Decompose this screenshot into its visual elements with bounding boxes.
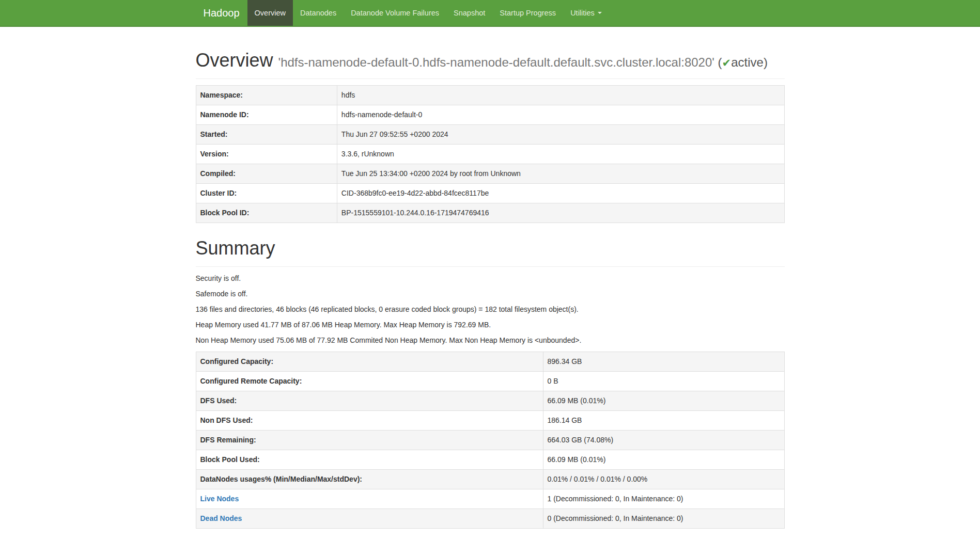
state-open-paren: ( <box>718 55 722 69</box>
navbar-brand: Hadoop <box>196 0 247 26</box>
nav-item-startup-progress[interactable]: Startup Progress <box>492 0 563 26</box>
table-row-dead-nodes: Dead Nodes0 (Decommissioned: 0, In Maint… <box>196 509 784 529</box>
state-text: active <box>731 55 764 69</box>
namenode-host: 'hdfs-namenode-default-0.hdfs-namenode-d… <box>278 55 768 69</box>
row-label-configured-capacity: Configured Capacity: <box>196 352 543 372</box>
row-label-block-pool-used: Block Pool Used: <box>196 450 543 470</box>
table-row-cluster-id: Cluster ID:CID-368b9fc0-ee19-4d22-abbd-8… <box>196 184 784 203</box>
nav-item-datanode-volume-failures[interactable]: Datanode Volume Failures <box>344 0 446 26</box>
row-value-configured-remote-capacity: 0 B <box>543 372 784 391</box>
row-value-dead-nodes: 0 (Decommissioned: 0, In Maintenance: 0) <box>543 509 784 529</box>
namenode-host-text: 'hdfs-namenode-default-0.hdfs-namenode-d… <box>278 55 714 69</box>
row-label-namespace: Namespace: <box>196 86 337 105</box>
check-icon: ✔ <box>722 57 732 69</box>
row-label-dead-nodes: Dead Nodes <box>196 509 543 529</box>
table-row-block-pool-used: Block Pool Used:66.09 MB (0.01%) <box>196 450 784 470</box>
summary-paragraph: Security is off. <box>196 273 785 283</box>
table-row-configured-remote-capacity: Configured Remote Capacity:0 B <box>196 372 784 391</box>
summary-paragraphs: Security is off.Safemode is off.136 file… <box>196 273 785 345</box>
header-divider <box>196 78 785 79</box>
row-value-live-nodes: 1 (Decommissioned: 0, In Maintenance: 0) <box>543 489 784 509</box>
table-row-live-nodes: Live Nodes1 (Decommissioned: 0, In Maint… <box>196 489 784 509</box>
summary-divider <box>196 266 785 267</box>
row-label-version: Version: <box>196 145 337 164</box>
table-row-started: Started:Thu Jun 27 09:52:55 +0200 2024 <box>196 125 784 145</box>
row-value-non-dfs-used: 186.14 GB <box>543 411 784 431</box>
row-value-datanodes-usages-min-median-max-stddev: 0.01% / 0.01% / 0.01% / 0.00% <box>543 470 784 489</box>
row-label-block-pool-id: Block Pool ID: <box>196 203 337 223</box>
page-title-text: Overview <box>196 50 273 71</box>
table-row-block-pool-id: Block Pool ID:BP-1515559101-10.244.0.16-… <box>196 203 784 223</box>
summary-paragraph: Non Heap Memory used 75.06 MB of 77.92 M… <box>196 335 785 345</box>
row-value-namenode-id: hdfs-namenode-default-0 <box>337 105 784 125</box>
summary-paragraph: 136 files and directories, 46 blocks (46… <box>196 304 785 314</box>
summary-table-body: Configured Capacity:896.34 GBConfigured … <box>196 352 784 529</box>
row-value-dfs-used: 66.09 MB (0.01%) <box>543 391 784 411</box>
nav-item-label: Startup Progress <box>500 8 556 18</box>
row-value-namespace: hdfs <box>337 86 784 105</box>
navbar-menu: OverviewDatanodesDatanode Volume Failure… <box>247 0 609 26</box>
row-label-datanodes-usages-min-median-max-stddev: DataNodes usages% (Min/Median/Max/stdDev… <box>196 470 543 489</box>
namenode-info-table-body: Namespace:hdfsNamenode ID:hdfs-namenode-… <box>196 86 784 223</box>
live-nodes-link[interactable]: Live Nodes <box>200 495 239 503</box>
nav-item-datanodes[interactable]: Datanodes <box>293 0 344 26</box>
table-row-dfs-remaining: DFS Remaining:664.03 GB (74.08%) <box>196 431 784 450</box>
table-row-non-dfs-used: Non DFS Used:186.14 GB <box>196 411 784 431</box>
row-value-cluster-id: CID-368b9fc0-ee19-4d22-abbd-84fcec8117be <box>337 184 784 203</box>
row-value-block-pool-id: BP-1515559101-10.244.0.16-1719474769416 <box>337 203 784 223</box>
row-value-configured-capacity: 896.34 GB <box>543 352 784 372</box>
row-label-dfs-used: DFS Used: <box>196 391 543 411</box>
table-row-namespace: Namespace:hdfs <box>196 86 784 105</box>
main-content: Overview 'hdfs-namenode-default-0.hdfs-n… <box>188 50 792 529</box>
row-label-namenode-id: Namenode ID: <box>196 105 337 125</box>
navbar: Hadoop OverviewDatanodesDatanode Volume … <box>0 0 980 27</box>
row-label-compiled: Compiled: <box>196 164 337 184</box>
caret-down-icon <box>598 12 602 14</box>
table-row-namenode-id: Namenode ID:hdfs-namenode-default-0 <box>196 105 784 125</box>
row-label-dfs-remaining: DFS Remaining: <box>196 431 543 450</box>
dead-nodes-link[interactable]: Dead Nodes <box>200 514 242 522</box>
table-row-configured-capacity: Configured Capacity:896.34 GB <box>196 352 784 372</box>
nav-item-label: Overview <box>255 8 286 18</box>
summary-paragraph: Safemode is off. <box>196 289 785 299</box>
page-title: Overview 'hdfs-namenode-default-0.hdfs-n… <box>196 50 785 71</box>
nav-item-utilities[interactable]: Utilities <box>563 0 609 26</box>
summary-heading: Summary <box>196 237 785 259</box>
row-value-started: Thu Jun 27 09:52:55 +0200 2024 <box>337 125 784 145</box>
nav-item-overview[interactable]: Overview <box>247 0 293 26</box>
nav-item-label: Snapshot <box>454 8 485 18</box>
row-label-started: Started: <box>196 125 337 145</box>
row-value-dfs-remaining: 664.03 GB (74.08%) <box>543 431 784 450</box>
row-value-version: 3.3.6, rUnknown <box>337 145 784 164</box>
summary-paragraph: Heap Memory used 41.77 MB of 87.06 MB He… <box>196 320 785 330</box>
nav-item-label: Datanode Volume Failures <box>351 8 439 18</box>
nav-item-label: Utilities <box>570 8 595 18</box>
row-label-live-nodes: Live Nodes <box>196 489 543 509</box>
table-row-dfs-used: DFS Used:66.09 MB (0.01%) <box>196 391 784 411</box>
table-row-compiled: Compiled:Tue Jun 25 13:34:00 +0200 2024 … <box>196 164 784 184</box>
table-row-version: Version:3.3.6, rUnknown <box>196 145 784 164</box>
row-label-configured-remote-capacity: Configured Remote Capacity: <box>196 372 543 391</box>
table-row-datanodes-usages-min-median-max-stddev: DataNodes usages% (Min/Median/Max/stdDev… <box>196 470 784 489</box>
row-label-non-dfs-used: Non DFS Used: <box>196 411 543 431</box>
summary-table: Configured Capacity:896.34 GBConfigured … <box>196 352 785 529</box>
nav-item-label: Datanodes <box>300 8 336 18</box>
row-label-cluster-id: Cluster ID: <box>196 184 337 203</box>
state-close-paren: ) <box>764 55 768 69</box>
namenode-info-table: Namespace:hdfsNamenode ID:hdfs-namenode-… <box>196 85 785 223</box>
namenode-state: (✔active) <box>718 55 768 69</box>
row-value-compiled: Tue Jun 25 13:34:00 +0200 2024 by root f… <box>337 164 784 184</box>
row-value-block-pool-used: 66.09 MB (0.01%) <box>543 450 784 470</box>
nav-item-snapshot[interactable]: Snapshot <box>446 0 492 26</box>
